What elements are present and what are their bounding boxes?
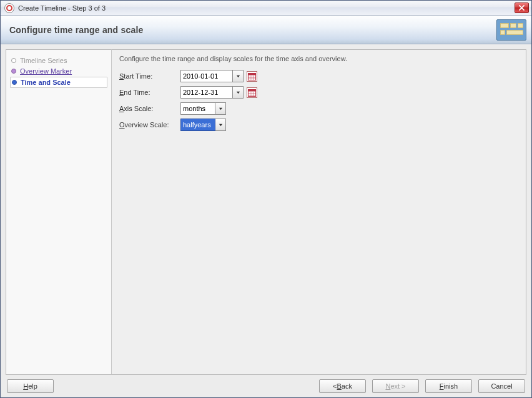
overview-scale-dropdown[interactable]: [215, 119, 226, 131]
overview-scale-select[interactable]: halfyears: [180, 119, 215, 131]
body-area: Timeline Series Overview Marker Time and…: [1, 44, 531, 375]
page-title: Configure time range and scale: [9, 25, 144, 35]
start-time-label: Start Time:: [119, 72, 175, 80]
svg-rect-9: [249, 89, 256, 91]
title-bar: Create Timeline - Step 3 of 3: [1, 1, 531, 16]
dialog-window: Create Timeline - Step 3 of 3 Configure …: [0, 0, 532, 398]
end-time-label: End Time:: [119, 89, 175, 96]
cancel-button[interactable]: Cancel: [478, 379, 525, 393]
step-label: Time and Scale: [21, 79, 71, 86]
axis-scale-row: months: [180, 102, 518, 115]
overview-scale-row: halfyears: [180, 119, 518, 131]
step-overview-marker[interactable]: Overview Marker: [10, 66, 107, 76]
window-title: Create Timeline - Step 3 of 3: [18, 4, 515, 12]
header-banner: Configure time range and scale: [1, 16, 531, 44]
step-label: Overview Marker: [20, 67, 72, 75]
form: Start Time: 2010-01-01: [119, 70, 518, 131]
end-time-input[interactable]: 2012-12-31: [180, 86, 233, 99]
app-icon: [4, 3, 14, 13]
back-button[interactable]: < Back: [319, 379, 366, 393]
step-timeline-series: Timeline Series: [10, 56, 107, 66]
wizard-icon: [496, 19, 526, 41]
step-time-and-scale[interactable]: Time and Scale: [10, 77, 107, 88]
finish-button[interactable]: Finish: [425, 379, 472, 393]
axis-scale-label: Axis Scale:: [119, 105, 175, 112]
step-dot-icon: [11, 58, 16, 63]
axis-scale-dropdown[interactable]: [215, 102, 226, 115]
axis-scale-select[interactable]: months: [180, 102, 215, 115]
step-dot-icon: [12, 80, 17, 85]
start-time-row: 2010-01-01: [180, 70, 518, 82]
svg-point-0: [7, 6, 12, 11]
overview-scale-label: Overview Scale:: [119, 121, 175, 129]
close-button[interactable]: [515, 2, 529, 13]
main-panel: Configure the time range and display sca…: [112, 49, 526, 375]
svg-rect-2: [249, 73, 256, 75]
step-dot-icon: [11, 69, 16, 74]
help-button[interactable]: Help: [7, 379, 54, 393]
start-time-dropdown[interactable]: [233, 70, 244, 82]
end-time-dropdown[interactable]: [233, 86, 244, 99]
calendar-icon[interactable]: [247, 87, 257, 98]
footer-bar: Help < Back Next > Finish Cancel: [1, 375, 531, 397]
step-navigation: Timeline Series Overview Marker Time and…: [6, 49, 112, 375]
next-button: Next >: [372, 379, 419, 393]
calendar-icon[interactable]: [247, 71, 257, 82]
instruction-text: Configure the time range and display sca…: [119, 55, 518, 62]
start-time-input[interactable]: 2010-01-01: [180, 70, 233, 82]
step-label: Timeline Series: [20, 57, 67, 64]
end-time-row: 2012-12-31: [180, 86, 518, 99]
